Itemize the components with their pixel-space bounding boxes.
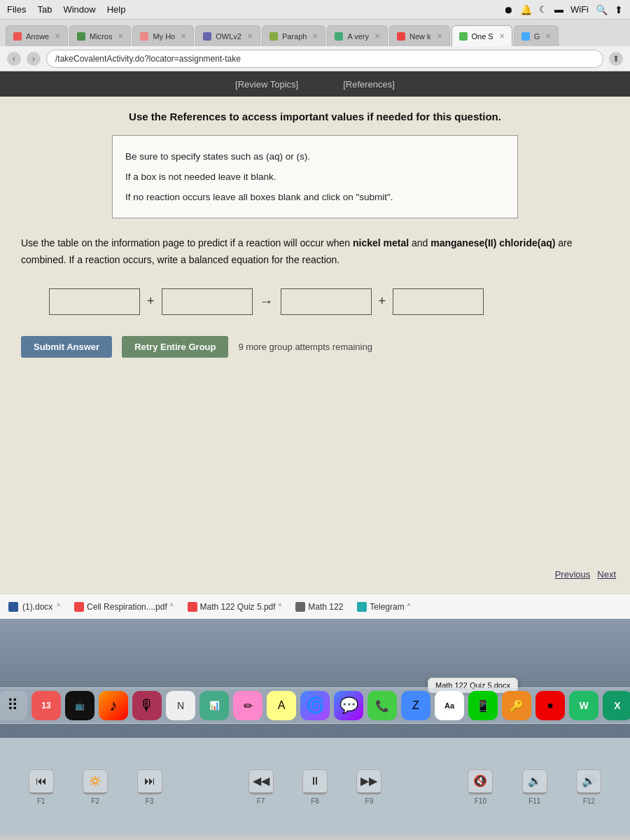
address-bar[interactable]: /takeCovalentActivity.do?locator=assignm…	[46, 50, 603, 68]
tab-close-paraph[interactable]: ✕	[312, 32, 318, 40]
key-icon-f1[interactable]: ⏮	[29, 769, 54, 794]
page-content: [Review Topics] [References] Use the Ref…	[0, 71, 630, 594]
key-icon-f2[interactable]: 🔅	[83, 769, 108, 794]
tab-owlv[interactable]: OWLv2 ✕	[195, 25, 260, 46]
tab-g[interactable]: G ✕	[514, 25, 559, 46]
dock-messenger[interactable]: 💬	[334, 691, 363, 720]
dock-grid[interactable]: ⠿	[0, 691, 27, 720]
key-icon-f7[interactable]: ◀◀	[248, 769, 274, 794]
next-button[interactable]: Next	[597, 569, 616, 580]
tab-close-owlv[interactable]: ✕	[247, 32, 253, 40]
dock-numbers[interactable]: 📊	[200, 691, 229, 720]
dock-zoom[interactable]: Z	[401, 691, 430, 720]
dock-tv[interactable]: 📺	[65, 691, 94, 720]
dock-font[interactable]: A	[267, 691, 296, 720]
download-item-cell[interactable]: Cell Respiration....pdf ^	[74, 602, 173, 612]
reactant-box-2[interactable]	[162, 288, 253, 315]
tab-close-myho[interactable]: ✕	[181, 32, 186, 40]
dock-key[interactable]: 🔑	[502, 691, 531, 720]
key-icon-f3[interactable]: ⏭	[137, 769, 162, 794]
key-icon-f11[interactable]: 🔉	[522, 769, 547, 794]
key-label-f10: F10	[475, 797, 486, 805]
tab-avery[interactable]: A very ✕	[327, 25, 388, 46]
attempts-text: 9 more group attempts remaining	[238, 342, 372, 352]
tab-close-newk[interactable]: ✕	[437, 32, 442, 40]
previous-button[interactable]: Previous	[555, 569, 591, 580]
reactant-box-1[interactable]	[49, 288, 140, 315]
key-label-f12: F12	[583, 797, 595, 805]
arrow-symbol: →	[260, 293, 274, 309]
tab-label-newk: New k	[410, 32, 431, 41]
equation-row: + → +	[49, 288, 609, 315]
menu-tab[interactable]: Tab	[37, 4, 52, 15]
key-icon-f9[interactable]: ▶▶	[356, 769, 382, 794]
tab-close-g[interactable]: ✕	[545, 32, 551, 40]
dock-arc[interactable]: 🌀	[300, 691, 330, 720]
tab-bar: Answe ✕ Micros ✕ My Ho ✕ OWLv2 ✕ Paraph …	[0, 20, 630, 46]
search-icon[interactable]: 🔍	[596, 4, 608, 15]
menu-window[interactable]: Window	[63, 4, 95, 15]
references-btn[interactable]: [References]	[335, 75, 403, 94]
instruction-1: Be sure to specify states such as (aq) o…	[125, 147, 505, 166]
tab-newk[interactable]: New k ✕	[389, 25, 450, 46]
menu-files[interactable]: Files	[7, 4, 26, 15]
download-item-telegram[interactable]: Telegram ^	[357, 602, 410, 612]
favicon-g	[522, 32, 530, 41]
dock-whatsapp[interactable]: 📞	[368, 691, 397, 720]
submit-answer-button[interactable]: Submit Answer	[21, 336, 112, 358]
dock-aa[interactable]: Aa	[435, 691, 464, 720]
retry-group-button[interactable]: Retry Entire Group	[122, 336, 228, 358]
telegram-icon	[357, 602, 367, 612]
dock-podcast[interactable]: 🎙	[132, 691, 162, 720]
download-label-math122: Math 122	[308, 602, 343, 612]
key-icon-f8[interactable]: ⏸	[302, 769, 328, 794]
owl-toolbar: [Review Topics] [References]	[0, 71, 630, 97]
dock-excel[interactable]: X	[603, 691, 630, 720]
review-topics-btn[interactable]: [Review Topics]	[227, 75, 307, 94]
cell-pdf-icon	[74, 602, 84, 612]
forward-button[interactable]: ›	[27, 52, 41, 66]
key-f8: ⏸ F8	[302, 769, 328, 805]
dock-calendar[interactable]: 13	[31, 691, 61, 720]
key-icon-f10[interactable]: 🔇	[468, 769, 493, 794]
tab-answe[interactable]: Answe ✕	[6, 25, 68, 46]
moon-icon: ☾	[539, 4, 547, 15]
tab-ones[interactable]: One S ✕	[451, 25, 512, 46]
tab-label-avery: A very	[347, 32, 369, 41]
product-box-1[interactable]	[281, 288, 372, 315]
tab-label-micros: Micros	[90, 32, 112, 41]
tab-close-ones[interactable]: ✕	[499, 32, 505, 40]
share-icon[interactable]: ⬆	[615, 4, 623, 15]
dock-music[interactable]: ♪	[99, 691, 128, 720]
menu-help[interactable]: Help	[107, 4, 126, 15]
chevron-telegram: ^	[407, 603, 411, 610]
key-f12: 🔊 F12	[576, 769, 601, 805]
wifi-icon: WiFi	[570, 4, 589, 15]
keyboard-row: ⏮ F1 🔅 F2 ⏭ F3 ◀◀ F7 ⏸ F8 ▶▶ F9 🔇 F10	[0, 738, 630, 836]
instruction-2: If a box is not needed leave it blank.	[125, 167, 505, 186]
tab-close-micros[interactable]: ✕	[118, 32, 123, 40]
dock-circle[interactable]: ●	[536, 691, 565, 720]
dock-word[interactable]: W	[569, 691, 598, 720]
dock-pencil[interactable]: ✏	[233, 691, 262, 720]
tab-close-answe[interactable]: ✕	[55, 32, 60, 40]
math122-icon	[295, 602, 305, 612]
dock-notes[interactable]: N	[166, 691, 195, 720]
notification-icon[interactable]: 🔔	[520, 4, 532, 15]
product-box-2[interactable]	[393, 288, 484, 315]
download-item-math[interactable]: Math 122 Quiz 5.pdf ^	[188, 602, 282, 612]
key-icon-f12[interactable]: 🔊	[576, 769, 601, 794]
tab-paraph[interactable]: Paraph ✕	[262, 25, 326, 46]
question-bold2: manganese(II) chloride(aq)	[430, 237, 555, 248]
instructions-box: Be sure to specify states such as (aq) o…	[112, 135, 518, 218]
tab-myho[interactable]: My Ho ✕	[132, 25, 194, 46]
dock-whatsapp2[interactable]: 📱	[468, 691, 498, 720]
download-item-math122[interactable]: Math 122	[295, 602, 343, 612]
tab-label-answe: Answe	[26, 32, 49, 41]
tab-close-avery[interactable]: ✕	[374, 32, 380, 40]
url-text: /takeCovalentActivity.do?locator=assignm…	[55, 54, 241, 64]
tab-micros[interactable]: Micros ✕	[69, 25, 131, 46]
back-button[interactable]: ‹	[7, 52, 21, 66]
download-item-docx[interactable]: (1).docx ^	[8, 602, 60, 612]
bookmark-button[interactable]: ⬆	[609, 52, 623, 66]
